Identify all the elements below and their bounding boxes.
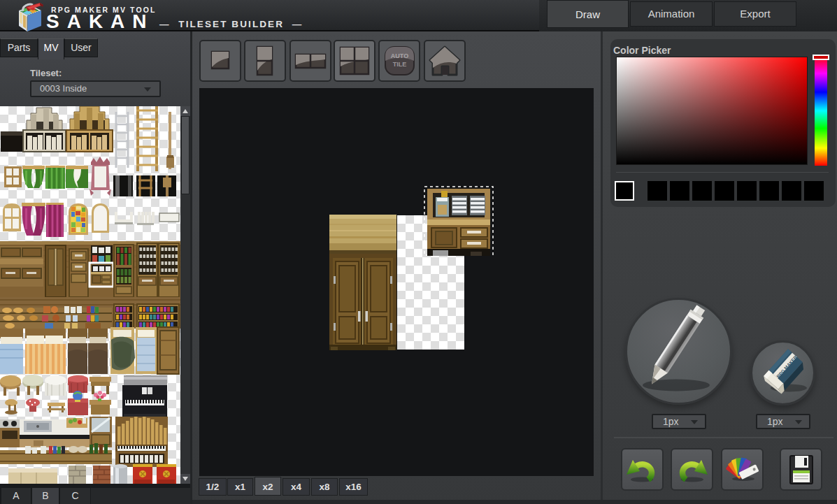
svg-text:TILE: TILE — [393, 61, 407, 68]
svg-text:AUTO: AUTO — [391, 52, 408, 59]
